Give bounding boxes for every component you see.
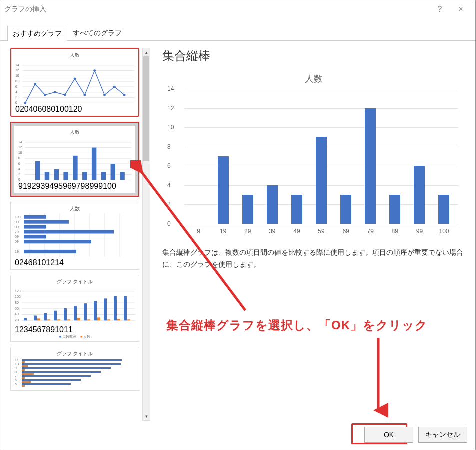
svg-text:8: 8 xyxy=(15,370,17,374)
svg-rect-44 xyxy=(120,172,124,180)
svg-rect-37 xyxy=(54,169,59,180)
tab-bar: おすすめグラフ すべてのグラフ xyxy=(0,25,476,41)
svg-text:14: 14 xyxy=(18,140,22,144)
thumbnail-scrollbar[interactable]: ▴ ▾ xyxy=(142,48,150,421)
svg-rect-38 xyxy=(64,172,68,180)
svg-rect-113 xyxy=(22,379,81,381)
svg-point-12 xyxy=(64,94,66,96)
svg-rect-118 xyxy=(22,373,34,375)
annotation-text: 集合縦棒グラフを選択し、「OK」をクリック xyxy=(166,317,428,333)
window-title: グラフの挿入 xyxy=(4,5,46,14)
svg-point-10 xyxy=(44,94,46,96)
svg-point-13 xyxy=(74,78,76,80)
svg-text:12: 12 xyxy=(16,69,20,72)
svg-point-16 xyxy=(104,94,106,96)
svg-rect-96 xyxy=(78,318,80,320)
svg-text:59: 59 xyxy=(15,240,19,244)
svg-rect-121 xyxy=(22,385,25,387)
thumb-multi-series-hbar[interactable]: グラフ タイトル 111098765 xyxy=(10,347,140,391)
svg-point-15 xyxy=(94,69,96,72)
svg-point-9 xyxy=(34,83,36,85)
chart-preview: 人数 024681012149192939495969798999100 xyxy=(162,68,466,238)
svg-text:10: 10 xyxy=(16,74,20,77)
svg-text:10: 10 xyxy=(15,362,19,366)
svg-rect-85 xyxy=(74,306,77,320)
svg-text:5: 5 xyxy=(15,382,17,386)
thumb-clustered-bar-selected[interactable]: 人数 14121086420 9192939495969798999100 xyxy=(10,122,140,197)
svg-rect-101 xyxy=(128,319,130,320)
svg-rect-40 xyxy=(82,172,87,180)
chart-type-name: 集合縦棒 xyxy=(162,48,466,64)
svg-text:80: 80 xyxy=(15,301,19,304)
svg-rect-62 xyxy=(24,225,46,228)
svg-point-11 xyxy=(54,91,56,94)
chart-description: 集合縦棒グラフは、複数の項目間の値を比較する際に使用します。項目の順序が重要でな… xyxy=(162,247,466,271)
svg-text:89: 89 xyxy=(15,225,19,229)
help-button[interactable]: ? xyxy=(430,2,450,17)
svg-text:2: 2 xyxy=(18,173,20,176)
scroll-down-icon[interactable]: ▾ xyxy=(143,412,150,420)
svg-text:20: 20 xyxy=(15,318,19,322)
scroll-up-icon[interactable]: ▴ xyxy=(143,48,150,56)
svg-rect-116 xyxy=(22,365,28,367)
thumb-multi-series-bar[interactable]: グラフ タイトル 12010080604020 1234567891011 点数… xyxy=(10,275,140,342)
thumb-title: グラフ タイトル xyxy=(15,278,135,285)
close-button[interactable]: × xyxy=(450,2,472,17)
svg-text:99: 99 xyxy=(15,220,19,224)
svg-rect-93 xyxy=(48,319,50,320)
svg-rect-42 xyxy=(102,172,106,180)
svg-text:4: 4 xyxy=(18,167,20,171)
svg-text:79: 79 xyxy=(15,230,19,234)
svg-rect-92 xyxy=(38,318,40,320)
svg-text:0: 0 xyxy=(18,178,20,181)
ok-button[interactable]: OK xyxy=(364,427,414,443)
svg-rect-119 xyxy=(22,377,25,379)
svg-text:2: 2 xyxy=(16,96,18,99)
svg-text:8: 8 xyxy=(18,156,20,160)
svg-text:40: 40 xyxy=(15,313,19,316)
svg-rect-43 xyxy=(111,164,116,180)
svg-text:100: 100 xyxy=(15,295,21,298)
svg-text:120: 120 xyxy=(15,289,21,293)
thumb-title: グラフ タイトル xyxy=(15,350,135,357)
svg-text:0: 0 xyxy=(16,101,18,104)
svg-rect-90 xyxy=(124,296,127,321)
svg-point-18 xyxy=(124,94,126,96)
svg-point-14 xyxy=(84,94,86,96)
tab-all[interactable]: すべてのグラフ xyxy=(68,25,128,40)
titlebar: グラフの挿入 ? × xyxy=(0,0,476,18)
svg-text:69: 69 xyxy=(15,235,19,239)
svg-rect-110 xyxy=(22,367,111,369)
svg-text:11: 11 xyxy=(15,358,19,362)
svg-rect-41 xyxy=(92,148,96,180)
thumb-line-chart[interactable]: 人数 14121086420 020406080100120 xyxy=(10,48,140,117)
svg-rect-95 xyxy=(68,319,70,320)
svg-rect-120 xyxy=(22,381,31,383)
svg-rect-39 xyxy=(73,156,78,180)
svg-rect-108 xyxy=(22,359,122,361)
thumb-title: 人数 xyxy=(16,52,134,59)
svg-text:60: 60 xyxy=(15,307,19,310)
svg-rect-117 xyxy=(22,369,25,371)
svg-rect-60 xyxy=(24,215,46,219)
svg-rect-80 xyxy=(24,318,27,320)
svg-point-8 xyxy=(24,102,26,104)
svg-rect-97 xyxy=(88,319,90,320)
svg-rect-111 xyxy=(22,371,101,373)
svg-point-17 xyxy=(114,86,116,88)
svg-text:10: 10 xyxy=(18,151,22,154)
scrollbar-thumb[interactable] xyxy=(144,56,150,161)
svg-rect-114 xyxy=(22,383,71,385)
svg-rect-81 xyxy=(34,316,37,321)
svg-text:6: 6 xyxy=(15,378,17,382)
svg-rect-83 xyxy=(54,311,57,321)
tab-recommended[interactable]: おすすめグラフ xyxy=(8,26,68,41)
cancel-button[interactable]: キャンセル xyxy=(418,427,468,443)
svg-rect-66 xyxy=(24,250,76,253)
svg-rect-65 xyxy=(24,240,92,243)
svg-rect-36 xyxy=(45,172,50,180)
thumb-horizontal-bar[interactable]: 人数 100998979695919 02468101214 xyxy=(10,202,140,270)
svg-rect-94 xyxy=(58,319,60,320)
svg-rect-112 xyxy=(22,375,91,377)
svg-rect-84 xyxy=(64,308,67,320)
